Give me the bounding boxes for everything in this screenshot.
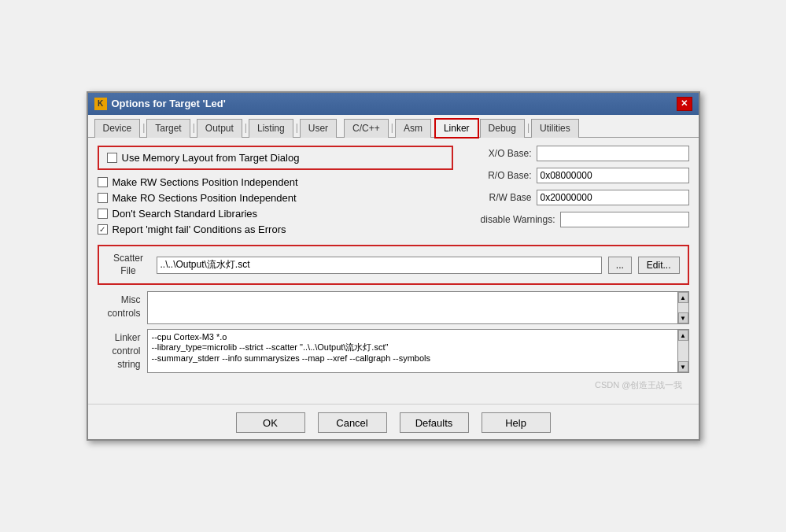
ro-base-label: R/O Base: — [469, 170, 532, 181]
tab-output[interactable]: Output — [197, 119, 242, 138]
scatter-edit-button[interactable]: Edit... — [638, 257, 680, 274]
use-memory-layout-checkbox[interactable] — [107, 153, 117, 163]
help-button[interactable]: Help — [482, 412, 551, 433]
misc-scroll-down[interactable]: ▼ — [678, 312, 688, 323]
close-button[interactable]: ✕ — [677, 97, 692, 111]
dont-search-label: Don't Search Standard Libraries — [113, 208, 258, 220]
dialog-title: Options for Target 'Led' — [112, 98, 226, 109]
tab-linker[interactable]: Linker — [435, 119, 478, 138]
rw-base-input[interactable] — [537, 190, 689, 205]
misc-controls-area: ▲ ▼ — [147, 291, 689, 324]
tab-device[interactable]: Device — [94, 119, 141, 138]
right-options: X/O Base: R/O Base: R/W Base disable War… — [469, 146, 689, 235]
linker-scroll-up[interactable]: ▲ — [678, 330, 688, 341]
scatter-file-section: ScatterFile ... Edit... — [98, 245, 689, 285]
linker-control-row: Linkercontrolstring ▲ ▼ — [98, 329, 689, 373]
content-area: Use Memory Layout from Target Dialog Mak… — [88, 138, 699, 401]
title-bar: K Options for Target 'Led' ✕ — [88, 93, 699, 115]
tab-target[interactable]: Target — [146, 119, 190, 138]
app-icon: K — [94, 98, 107, 110]
linker-scroll-down[interactable]: ▼ — [678, 361, 688, 372]
misc-scrollbar[interactable]: ▲ ▼ — [678, 291, 689, 324]
ok-button[interactable]: OK — [236, 412, 305, 433]
make-ro-checkbox[interactable] — [98, 193, 108, 203]
dont-search-checkbox[interactable] — [98, 209, 108, 219]
make-rw-row: Make RW Sections Position Independent — [98, 176, 453, 188]
use-memory-layout-group: Use Memory Layout from Target Dialog — [98, 146, 453, 170]
use-memory-layout-label: Use Memory Layout from Target Dialog — [122, 152, 300, 164]
tab-asm[interactable]: Asm — [395, 119, 431, 138]
tab-listing[interactable]: Listing — [249, 119, 293, 138]
tabs-bar: Device | Target | Output | Listing | Use… — [88, 115, 699, 138]
watermark: CSDN @创造王战一我 — [98, 378, 689, 393]
xo-base-label: X/O Base: — [469, 148, 532, 159]
scatter-browse-button[interactable]: ... — [608, 257, 632, 274]
tab-ccpp[interactable]: C/C++ — [344, 119, 389, 138]
top-section: Use Memory Layout from Target Dialog Mak… — [98, 146, 689, 235]
scatter-file-label: ScatterFile — [107, 253, 150, 277]
scatter-file-input[interactable] — [157, 257, 602, 274]
report-fail-row: Report 'might fail' Conditions as Errors — [98, 224, 453, 235]
ro-base-row: R/O Base: — [469, 168, 689, 183]
make-rw-checkbox[interactable] — [98, 177, 108, 187]
xo-base-row: X/O Base: — [469, 146, 689, 161]
use-memory-layout-row: Use Memory Layout from Target Dialog — [107, 152, 444, 164]
tab-utilities[interactable]: Utilities — [531, 119, 579, 138]
left-options: Use Memory Layout from Target Dialog Mak… — [98, 146, 453, 235]
dont-search-row: Don't Search Standard Libraries — [98, 208, 453, 220]
tab-debug[interactable]: Debug — [480, 119, 525, 138]
linker-control-input[interactable] — [147, 329, 678, 373]
misc-controls-row: Misccontrols ▲ ▼ — [98, 291, 689, 324]
misc-controls-label: Misccontrols — [98, 291, 141, 320]
xo-base-input[interactable] — [537, 146, 689, 161]
button-bar: OK Cancel Defaults Help — [88, 404, 699, 439]
rw-base-row: R/W Base — [469, 190, 689, 205]
tab-user[interactable]: User — [300, 119, 337, 138]
linker-control-area: ▲ ▼ — [147, 329, 689, 373]
disable-warnings-label: disable Warnings: — [469, 214, 555, 225]
misc-scroll-up[interactable]: ▲ — [678, 292, 688, 303]
main-dialog: K Options for Target 'Led' ✕ Device | Ta… — [87, 91, 700, 441]
make-ro-label: Make RO Sections Position Independent — [113, 192, 297, 204]
disable-warnings-input[interactable] — [560, 212, 689, 227]
linker-control-label: Linkercontrolstring — [98, 329, 141, 371]
make-rw-label: Make RW Sections Position Independent — [113, 176, 298, 188]
misc-controls-input[interactable] — [147, 291, 678, 324]
linker-scrollbar[interactable]: ▲ ▼ — [678, 329, 689, 373]
rw-base-label: R/W Base — [469, 192, 532, 203]
report-fail-label: Report 'might fail' Conditions as Errors — [113, 224, 286, 235]
ro-base-input[interactable] — [537, 168, 689, 183]
make-ro-row: Make RO Sections Position Independent — [98, 192, 453, 204]
cancel-button[interactable]: Cancel — [318, 412, 387, 433]
report-fail-checkbox[interactable] — [98, 224, 108, 235]
disable-warnings-row: disable Warnings: — [469, 212, 689, 227]
defaults-button[interactable]: Defaults — [400, 412, 469, 433]
